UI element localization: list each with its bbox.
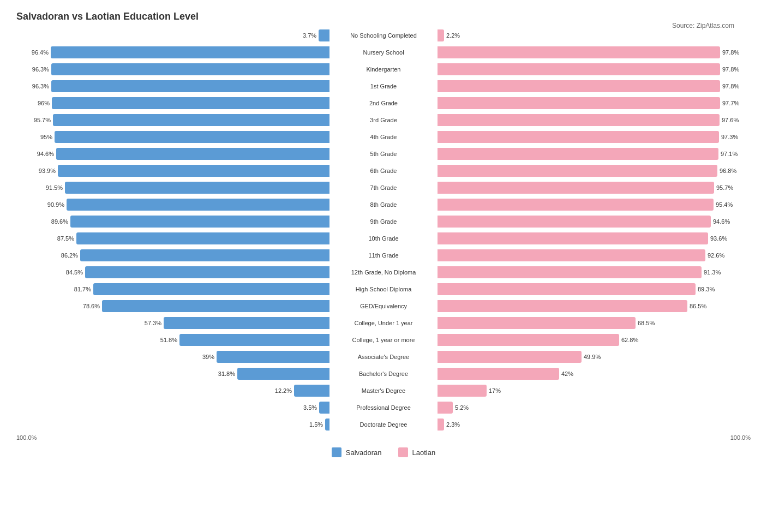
bar-row: 81.7% High School Diploma 89.3%: [16, 282, 751, 297]
laotian-bar: [438, 419, 444, 431]
laotian-bar: [438, 283, 696, 295]
left-value: 51.8%: [158, 337, 177, 343]
salvadoran-bar: [217, 351, 329, 363]
row-label: Kindergarten: [363, 65, 404, 74]
left-value: 78.6%: [81, 303, 100, 309]
salvadoran-bar: [70, 216, 329, 228]
laotian-bar: [438, 249, 705, 261]
bar-row: 93.9% 6th Grade 96.8%: [16, 163, 751, 178]
left-value: 90.9%: [45, 201, 64, 208]
bar-row: 96.3% Kindergarten 97.8%: [16, 62, 751, 77]
row-label: 6th Grade: [367, 166, 400, 175]
bar-row: 31.8% Bachelor's Degree 42%: [16, 366, 751, 381]
left-value: 96%: [31, 100, 50, 106]
right-value: 49.9%: [584, 354, 603, 360]
right-value: 97.6%: [722, 117, 741, 123]
left-value: 81.7%: [72, 286, 91, 292]
row-label: Master's Degree: [358, 386, 409, 395]
row-label: 2nd Grade: [366, 99, 401, 107]
legend-laotian: Laotian: [398, 447, 436, 457]
bar-row: 51.8% College, 1 year or more 62.8%: [16, 332, 751, 348]
right-value: 96.8%: [720, 168, 739, 174]
bar-row: 3.5% Professional Degree 5.2%: [16, 400, 751, 415]
salvadoran-bar: [294, 385, 329, 397]
salvadoran-color-box: [332, 447, 341, 457]
left-value: 12.2%: [273, 387, 292, 394]
salvadoran-label: Salvadoran: [346, 449, 382, 457]
left-value: 87.5%: [55, 235, 74, 242]
right-value: 42%: [561, 370, 580, 377]
salvadoran-bar: [319, 29, 329, 41]
laotian-bar: [438, 232, 708, 244]
row-label: 12th Grade, No Diploma: [348, 268, 420, 277]
bar-row: 95.7% 3rd Grade 97.6%: [16, 112, 751, 128]
laotian-bar: [438, 29, 444, 41]
chart-title: Salvadoran vs Laotian Education Level: [16, 11, 751, 22]
bar-row: 89.6% 9th Grade 94.6%: [16, 214, 751, 229]
right-value: 91.3%: [704, 269, 723, 276]
salvadoran-bar: [55, 131, 329, 143]
laotian-bar: [438, 63, 720, 75]
right-value: 2.2%: [446, 32, 465, 39]
bar-row: 95% 4th Grade 97.3%: [16, 129, 751, 145]
left-value: 86.2%: [59, 252, 78, 259]
left-value: 96.4%: [29, 49, 49, 56]
laotian-bar: [438, 385, 487, 397]
salvadoran-bar: [65, 182, 329, 194]
right-value: 94.6%: [713, 218, 732, 225]
legend: Salvadoran Laotian: [16, 447, 751, 457]
left-value: 1.5%: [304, 421, 323, 428]
bar-row: 94.6% 5th Grade 97.1%: [16, 146, 751, 162]
salvadoran-bar: [237, 368, 329, 380]
row-label: 9th Grade: [367, 217, 400, 226]
left-value: 96.3%: [30, 83, 49, 89]
left-value: 93.9%: [37, 168, 56, 174]
laotian-bar: [438, 165, 717, 177]
bar-row: 87.5% 10th Grade 93.6%: [16, 231, 751, 246]
right-value: 62.8%: [621, 337, 640, 343]
row-label: 11th Grade: [365, 251, 402, 260]
salvadoran-bar: [164, 317, 329, 329]
salvadoran-bar: [52, 97, 329, 109]
left-value: 89.6%: [49, 218, 68, 225]
row-label: GED/Equivalency: [357, 302, 410, 310]
laotian-bar: [438, 46, 720, 58]
laotian-bar: [438, 131, 719, 143]
laotian-bar: [438, 148, 718, 160]
salvadoran-bar: [179, 334, 329, 346]
bar-row: 3.7% No Schooling Completed 2.2%: [16, 28, 751, 43]
right-value: 68.5%: [638, 320, 657, 326]
bar-row: 91.5% 7th Grade 95.7%: [16, 180, 751, 195]
right-value: 17%: [489, 387, 508, 394]
left-value: 39%: [195, 354, 214, 360]
bar-row: 96.3% 1st Grade 97.8%: [16, 79, 751, 94]
right-value: 97.8%: [722, 66, 741, 73]
row-label: 10th Grade: [365, 234, 402, 243]
row-label: 5th Grade: [367, 150, 400, 158]
left-value: 91.5%: [44, 184, 63, 191]
salvadoran-bar: [325, 419, 329, 431]
row-label: Associate's Degree: [355, 352, 412, 361]
salvadoran-bar: [53, 114, 329, 126]
right-value: 97.8%: [722, 83, 741, 89]
right-value: 92.6%: [708, 252, 727, 259]
right-value: 95.4%: [716, 201, 735, 208]
laotian-bar: [438, 351, 582, 363]
right-value: 5.2%: [455, 404, 474, 411]
bar-row: 96.4% Nursery School 97.8%: [16, 45, 751, 60]
left-value: 95%: [33, 134, 52, 140]
salvadoran-bar: [56, 148, 329, 160]
left-value: 84.5%: [64, 269, 83, 276]
bar-row: 96% 2nd Grade 97.7%: [16, 95, 751, 111]
salvadoran-bar: [51, 80, 329, 92]
bar-row: 78.6% GED/Equivalency 86.5%: [16, 298, 751, 314]
laotian-color-box: [398, 447, 408, 457]
laotian-label: Laotian: [412, 449, 436, 457]
laotian-bar: [438, 199, 714, 211]
laotian-bar: [438, 334, 619, 346]
row-label: 7th Grade: [367, 183, 400, 192]
row-label: College, 1 year or more: [349, 336, 418, 344]
salvadoran-bar: [102, 300, 329, 312]
row-label: Bachelor's Degree: [356, 369, 411, 378]
bar-row: 84.5% 12th Grade, No Diploma 91.3%: [16, 265, 751, 280]
